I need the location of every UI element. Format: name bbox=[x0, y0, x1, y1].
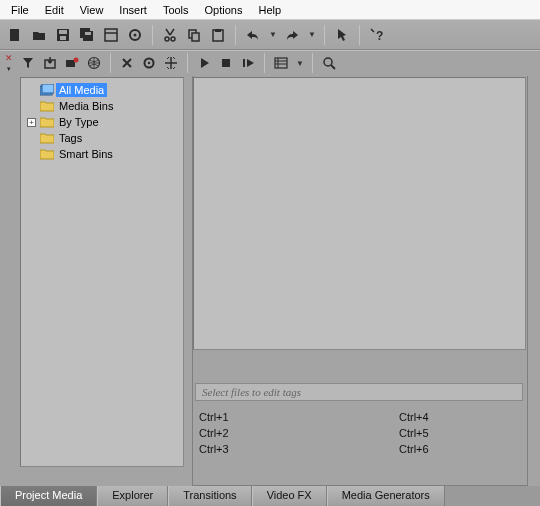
svg-rect-20 bbox=[66, 60, 75, 67]
folder-icon bbox=[40, 115, 54, 129]
tree-label: All Media bbox=[56, 83, 107, 97]
svg-rect-3 bbox=[59, 30, 67, 34]
properties-icon[interactable] bbox=[102, 26, 120, 44]
close-icon[interactable]: ✕▾ bbox=[4, 54, 14, 72]
filter-icon[interactable] bbox=[20, 55, 36, 71]
cursor-icon[interactable] bbox=[333, 26, 351, 44]
svg-rect-17 bbox=[215, 29, 221, 32]
svg-rect-25 bbox=[222, 59, 230, 67]
menu-bar: File Edit View Insert Tools Options Help bbox=[0, 0, 540, 20]
shortcut-cell[interactable]: Ctrl+3 bbox=[199, 441, 399, 457]
play-icon[interactable] bbox=[196, 55, 212, 71]
menu-insert[interactable]: Insert bbox=[112, 2, 154, 18]
svg-rect-34 bbox=[42, 84, 54, 93]
undo-dropdown-icon[interactable]: ▼ bbox=[269, 30, 277, 39]
shortcut-grid: Ctrl+1 Ctrl+4 Ctrl+2 Ctrl+5 Ctrl+3 Ctrl+… bbox=[199, 409, 521, 457]
tree-label: Smart Bins bbox=[56, 147, 116, 161]
tree-row-by-type[interactable]: + By Type bbox=[21, 114, 183, 130]
allmedia-icon bbox=[40, 83, 54, 97]
svg-line-32 bbox=[331, 65, 335, 69]
menu-options[interactable]: Options bbox=[198, 2, 250, 18]
shortcut-cell[interactable]: Ctrl+6 bbox=[399, 441, 519, 457]
media-tree: All Media Media Bins + By Type Tags Smar… bbox=[20, 77, 184, 467]
media-toolbar: ✕▾ ▼ bbox=[0, 51, 540, 75]
tree-row-smart-bins[interactable]: Smart Bins bbox=[21, 146, 183, 162]
svg-rect-8 bbox=[105, 29, 117, 41]
shortcut-cell[interactable]: Ctrl+4 bbox=[399, 409, 519, 425]
save-all-icon[interactable] bbox=[78, 26, 96, 44]
folder-icon bbox=[40, 131, 54, 145]
menu-view[interactable]: View bbox=[73, 2, 111, 18]
redo-dropdown-icon[interactable]: ▼ bbox=[308, 30, 316, 39]
tree-label: Tags bbox=[56, 131, 85, 145]
redo-icon[interactable] bbox=[283, 26, 301, 44]
views-dropdown-icon[interactable]: ▼ bbox=[296, 59, 304, 68]
delete-icon[interactable] bbox=[119, 55, 135, 71]
tab-explorer[interactable]: Explorer bbox=[97, 486, 168, 506]
tree-row-media-bins[interactable]: Media Bins bbox=[21, 98, 183, 114]
tab-project-media[interactable]: Project Media bbox=[0, 486, 97, 506]
gear-icon[interactable] bbox=[126, 26, 144, 44]
gear2-icon[interactable] bbox=[141, 55, 157, 71]
shortcut-cell[interactable]: Ctrl+1 bbox=[199, 409, 399, 425]
new-icon[interactable] bbox=[6, 26, 24, 44]
tree-label: By Type bbox=[56, 115, 102, 129]
svg-rect-4 bbox=[60, 36, 66, 40]
svg-point-31 bbox=[324, 58, 332, 66]
svg-point-12 bbox=[165, 37, 169, 41]
content-panel: Select files to edit tags Ctrl+1 Ctrl+4 … bbox=[193, 77, 526, 506]
shortcut-cell[interactable]: Ctrl+2 bbox=[199, 425, 399, 441]
tree-row-all-media[interactable]: All Media bbox=[21, 82, 183, 98]
help-icon[interactable]: ? bbox=[368, 26, 386, 44]
cut-icon[interactable] bbox=[161, 26, 179, 44]
work-area: ✕▾ ▼ All Media Media Bins + bbox=[0, 50, 540, 486]
views-icon[interactable] bbox=[273, 55, 289, 71]
menu-help[interactable]: Help bbox=[251, 2, 288, 18]
main-toolbar: ▼ ▼ ? bbox=[0, 20, 540, 50]
svg-rect-7 bbox=[85, 32, 91, 35]
shortcut-cell[interactable]: Ctrl+5 bbox=[399, 425, 519, 441]
crosshair-icon[interactable] bbox=[163, 55, 179, 71]
import-icon[interactable] bbox=[42, 55, 58, 71]
svg-rect-1 bbox=[11, 30, 18, 40]
tag-prompt[interactable]: Select files to edit tags bbox=[195, 383, 523, 401]
record-icon[interactable] bbox=[64, 55, 80, 71]
web-icon[interactable] bbox=[86, 55, 102, 71]
svg-rect-15 bbox=[192, 33, 199, 41]
tree-label: Media Bins bbox=[56, 99, 116, 113]
menu-tools[interactable]: Tools bbox=[156, 2, 196, 18]
svg-rect-27 bbox=[275, 58, 287, 68]
svg-point-24 bbox=[148, 62, 150, 64]
undo-icon[interactable] bbox=[244, 26, 262, 44]
svg-text:?: ? bbox=[376, 29, 383, 43]
thumbnail-area[interactable] bbox=[193, 77, 526, 350]
menu-file[interactable]: File bbox=[4, 2, 36, 18]
play-from-icon[interactable] bbox=[240, 55, 256, 71]
folder-icon bbox=[40, 99, 54, 113]
save-icon[interactable] bbox=[54, 26, 72, 44]
copy-icon[interactable] bbox=[185, 26, 203, 44]
stop-icon[interactable] bbox=[218, 55, 234, 71]
folder-icon bbox=[40, 147, 54, 161]
search-icon[interactable] bbox=[321, 55, 337, 71]
paste-icon[interactable] bbox=[209, 26, 227, 44]
expand-icon[interactable]: + bbox=[27, 118, 36, 127]
svg-point-13 bbox=[171, 37, 175, 41]
tree-row-tags[interactable]: Tags bbox=[21, 130, 183, 146]
svg-rect-26 bbox=[243, 59, 245, 67]
menu-edit[interactable]: Edit bbox=[38, 2, 71, 18]
open-icon[interactable] bbox=[30, 26, 48, 44]
svg-point-11 bbox=[134, 33, 137, 36]
svg-point-21 bbox=[74, 58, 79, 63]
